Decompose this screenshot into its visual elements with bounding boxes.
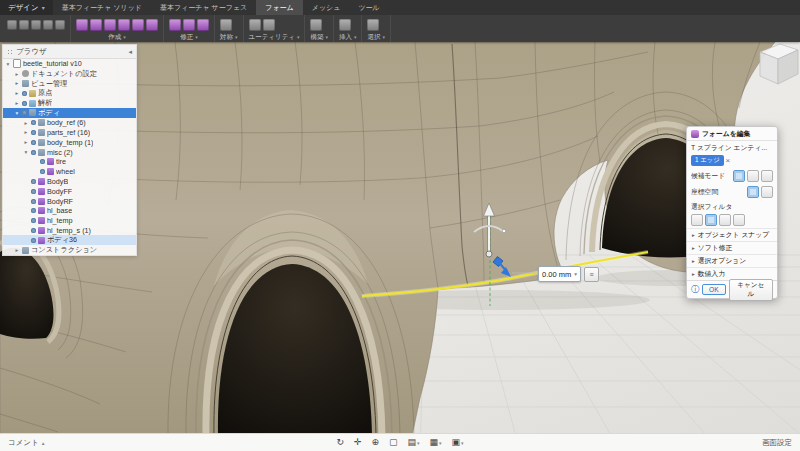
group-dropdown-5[interactable]: 構築▾	[310, 32, 328, 42]
visibility-eye-icon[interactable]	[31, 120, 36, 125]
range-select-icon[interactable]	[761, 170, 773, 182]
browser-item-9[interactable]: ▾misc (2)	[3, 147, 136, 157]
browser-item-3[interactable]: ▸原点	[3, 88, 136, 98]
form-torus-icon[interactable]	[132, 19, 144, 31]
form-quadball-icon[interactable]	[146, 19, 158, 31]
group-dropdown-7[interactable]: 選択▾	[367, 32, 385, 42]
expander-icon[interactable]: ▸	[14, 71, 20, 77]
form-cylinder-icon[interactable]	[104, 19, 116, 31]
browser-item-7[interactable]: ▸parts_ref (16)	[3, 128, 136, 138]
redo-icon[interactable]	[55, 20, 65, 30]
browser-item-8[interactable]: ▸body_temp (1)	[3, 137, 136, 147]
browser-item-0[interactable]: ▾beetle_tutorial v10	[3, 59, 136, 69]
data-panel-icon[interactable]	[7, 20, 17, 30]
undo-icon[interactable]	[43, 20, 53, 30]
form-box-icon[interactable]	[76, 19, 88, 31]
view-space-icon[interactable]	[761, 186, 773, 198]
section-toggle-0[interactable]: ▸オブジェクト スナップ	[687, 228, 777, 241]
group-dropdown-1[interactable]: 作成▾	[76, 32, 158, 42]
browser-item-10[interactable]: tire	[3, 157, 136, 167]
group-dropdown-2[interactable]: 修正▾	[169, 32, 209, 42]
expander-icon[interactable]: ▸	[14, 80, 20, 86]
visibility-eye-icon[interactable]	[31, 179, 36, 184]
group-dropdown-4[interactable]: ユーティリティ▾	[249, 32, 300, 42]
screen-settings-button[interactable]: 画面設定	[762, 438, 800, 448]
visibility-eye-icon[interactable]	[31, 199, 36, 204]
repair-body-icon[interactable]	[263, 19, 275, 31]
visibility-eye-icon[interactable]	[40, 169, 45, 174]
paint-select-icon[interactable]	[747, 170, 759, 182]
orbit-icon[interactable]: ↻	[333, 437, 347, 448]
selection-chip[interactable]: 1 エッジ	[691, 155, 724, 166]
display-settings-icon[interactable]: ▤▾	[405, 437, 423, 448]
viewport-layout-icon[interactable]: ▣▾	[449, 437, 467, 448]
file-icon[interactable]	[19, 20, 29, 30]
select-tool-icon[interactable]	[367, 19, 379, 31]
construction-plane-icon[interactable]	[310, 19, 322, 31]
pan-icon[interactable]: ✛	[351, 437, 365, 448]
collapse-browser-icon[interactable]: ◂	[128, 48, 132, 56]
visibility-eye-icon[interactable]	[31, 150, 36, 155]
visibility-eye-icon[interactable]	[22, 110, 27, 115]
save-icon[interactable]	[31, 20, 41, 30]
comment-toggle[interactable]: コメント ▴	[0, 438, 44, 448]
browser-item-12[interactable]: BodyB	[3, 177, 136, 187]
tab-4[interactable]: ツール	[349, 0, 388, 15]
expander-icon[interactable]: ▸	[14, 247, 20, 253]
visibility-eye-icon[interactable]	[31, 218, 36, 223]
browser-item-11[interactable]: wheel	[3, 167, 136, 177]
vertex-filter-icon[interactable]	[691, 214, 703, 226]
tab-3[interactable]: メッシュ	[303, 0, 350, 15]
tab-1[interactable]: 基本フィーチャ サーフェス	[151, 0, 256, 15]
form-sphere-icon[interactable]	[118, 19, 130, 31]
body-filter-icon[interactable]	[733, 214, 745, 226]
view-cube[interactable]	[754, 38, 800, 94]
visibility-eye-icon[interactable]	[22, 101, 27, 106]
fit-icon[interactable]: ▢	[386, 437, 401, 448]
world-space-icon[interactable]	[747, 186, 759, 198]
edge-filter-icon[interactable]	[705, 214, 717, 226]
visibility-eye-icon[interactable]	[31, 228, 36, 233]
browser-item-4[interactable]: ▸解析	[3, 98, 136, 108]
browser-item-17[interactable]: hl_temp_s (1)	[3, 226, 136, 236]
expander-icon[interactable]: ▸	[14, 90, 20, 96]
browser-item-6[interactable]: ▸body_ref (6)	[3, 118, 136, 128]
visibility-eye-icon[interactable]	[31, 130, 36, 135]
visibility-eye-icon[interactable]	[40, 159, 45, 164]
expander-icon[interactable]: ▾	[5, 61, 11, 67]
expander-icon[interactable]: ▾	[14, 110, 20, 116]
browser-item-5[interactable]: ▾ボディ	[3, 108, 136, 118]
info-icon[interactable]: ⓘ	[691, 284, 699, 295]
gizmo-origin-handle[interactable]	[486, 251, 492, 257]
expander-icon[interactable]: ▾	[23, 149, 29, 155]
single-select-icon[interactable]	[733, 170, 745, 182]
clear-selection-icon[interactable]: ×	[726, 157, 731, 165]
chevron-down-icon[interactable]: ▾	[574, 271, 577, 277]
tab-2[interactable]: フォーム	[256, 0, 303, 15]
expander-icon[interactable]: ▸	[23, 139, 29, 145]
edit-form-icon[interactable]	[169, 19, 181, 31]
form-plane-icon[interactable]	[90, 19, 102, 31]
browser-item-16[interactable]: hl_temp	[3, 216, 136, 226]
mirror-symmetry-icon[interactable]	[220, 19, 232, 31]
grid-settings-icon[interactable]: ▦▾	[427, 437, 445, 448]
browser-item-19[interactable]: ▸コンストラクション	[3, 245, 136, 255]
visibility-eye-icon[interactable]	[31, 140, 36, 145]
browser-item-14[interactable]: BodyRF	[3, 196, 136, 206]
face-filter-icon[interactable]	[719, 214, 731, 226]
expander-icon[interactable]: ▸	[14, 100, 20, 106]
tab-0[interactable]: 基本フィーチャ ソリッド	[53, 0, 151, 15]
expander-icon[interactable]: ▸	[23, 129, 29, 135]
browser-item-13[interactable]: BodyFF	[3, 186, 136, 196]
section-toggle-1[interactable]: ▸ソフト修正	[687, 241, 777, 254]
browser-item-15[interactable]: hl_base	[3, 206, 136, 216]
input-options-icon[interactable]: ≡	[584, 267, 599, 282]
group-dropdown-3[interactable]: 対称▾	[220, 32, 238, 42]
ok-button[interactable]: OK	[702, 284, 726, 295]
group-dropdown-6[interactable]: 挿入▾	[339, 32, 357, 42]
visibility-eye-icon[interactable]	[31, 238, 36, 243]
dialog-title-bar[interactable]: フォームを編集	[687, 127, 777, 141]
visibility-eye-icon[interactable]	[31, 208, 36, 213]
insert-mesh-icon[interactable]	[339, 19, 351, 31]
distance-value[interactable]: 0.00 mm	[542, 270, 571, 279]
